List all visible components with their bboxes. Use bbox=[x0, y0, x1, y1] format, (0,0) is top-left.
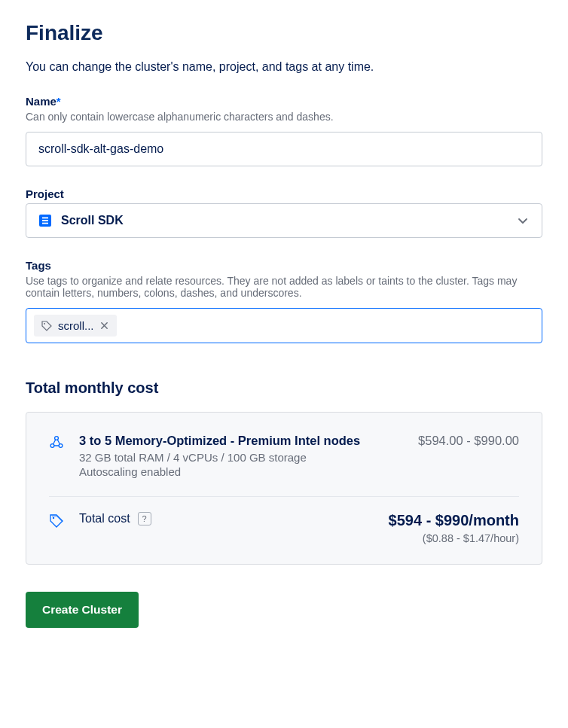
svg-point-7 bbox=[59, 444, 63, 448]
nodes-icon bbox=[49, 435, 64, 450]
tag-remove-button[interactable] bbox=[100, 321, 109, 330]
project-label: Project bbox=[26, 187, 542, 200]
svg-point-6 bbox=[50, 444, 54, 448]
name-label: Name* bbox=[26, 95, 542, 108]
project-icon bbox=[38, 214, 52, 227]
svg-point-8 bbox=[53, 517, 54, 519]
page-title: Finalize bbox=[26, 21, 542, 45]
name-input[interactable] bbox=[26, 132, 542, 166]
total-cost-label-wrap: Total cost ? bbox=[79, 512, 151, 525]
nodes-specs: 32 GB total RAM / 4 vCPUs / 100 GB stora… bbox=[79, 451, 405, 464]
tag-text: scroll... bbox=[58, 319, 94, 332]
create-cluster-button[interactable]: Create Cluster bbox=[26, 592, 139, 628]
total-price: $594 - $990/month bbox=[165, 512, 519, 529]
name-hint: Can only contain lowercase alphanumeric … bbox=[26, 111, 542, 123]
pricetag-icon bbox=[49, 513, 64, 528]
svg-point-4 bbox=[44, 323, 45, 324]
project-select[interactable]: Scroll SDK bbox=[26, 203, 542, 238]
project-selected-text: Scroll SDK bbox=[61, 214, 507, 227]
svg-rect-2 bbox=[42, 220, 48, 221]
page-subtitle: You can change the cluster's name, proje… bbox=[26, 60, 542, 74]
svg-rect-1 bbox=[42, 218, 48, 219]
chevron-down-icon bbox=[516, 214, 530, 227]
required-marker: * bbox=[56, 95, 61, 108]
name-label-text: Name bbox=[26, 95, 56, 108]
tags-input[interactable]: scroll... bbox=[26, 308, 542, 343]
divider bbox=[49, 496, 519, 497]
close-icon bbox=[100, 321, 108, 330]
tags-label: Tags bbox=[26, 259, 542, 272]
tag-icon bbox=[41, 321, 52, 331]
total-cost-label: Total cost bbox=[79, 512, 130, 525]
tag-chip: scroll... bbox=[34, 315, 117, 337]
svg-rect-3 bbox=[42, 223, 48, 224]
nodes-title: 3 to 5 Memory-Optimized - Premium Intel … bbox=[79, 434, 405, 448]
cost-card: 3 to 5 Memory-Optimized - Premium Intel … bbox=[26, 412, 542, 565]
tags-hint: Use tags to organize and relate resource… bbox=[26, 275, 542, 299]
total-hourly: ($0.88 - $1.47/hour) bbox=[165, 532, 519, 544]
nodes-price-range: $594.00 - $990.00 bbox=[418, 434, 519, 448]
help-icon[interactable]: ? bbox=[138, 512, 151, 525]
svg-point-5 bbox=[55, 437, 59, 440]
nodes-autoscaling: Autoscaling enabled bbox=[79, 465, 405, 478]
cost-heading: Total monthly cost bbox=[26, 379, 542, 397]
